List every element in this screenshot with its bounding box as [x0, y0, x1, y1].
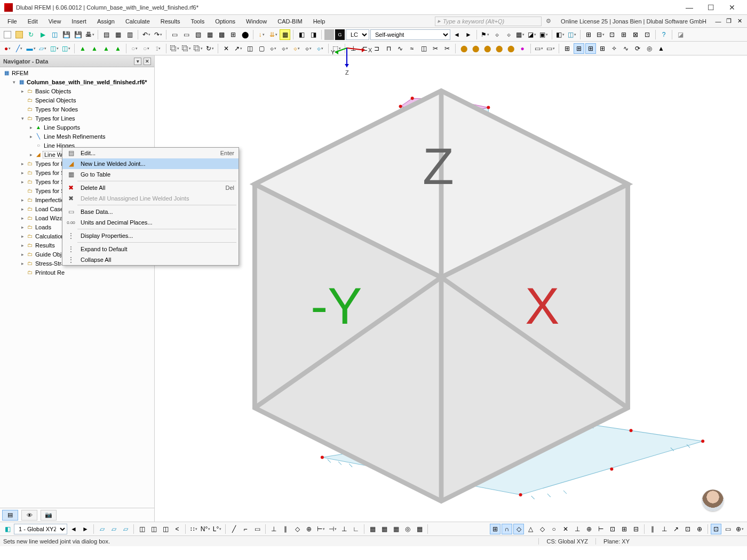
nav-tab-views[interactable]: 📷: [41, 510, 57, 521]
support-4-icon[interactable]: ▲: [113, 43, 123, 54]
globe-icon[interactable]: ⬤: [240, 29, 250, 40]
tool-4-icon[interactable]: ⟐: [303, 43, 314, 54]
ctx-base-data[interactable]: ▭Base Data...: [62, 206, 239, 217]
loads-icon[interactable]: ↓: [256, 29, 267, 40]
tool-3-icon[interactable]: ⟐: [291, 43, 302, 54]
mdi-restore-button[interactable]: ❐: [724, 17, 734, 26]
guide-1-icon[interactable]: ∥: [647, 524, 658, 534]
print-icon[interactable]: 🖶: [84, 29, 95, 40]
node-new-icon[interactable]: ●: [2, 43, 13, 54]
menu-results[interactable]: Results: [155, 17, 186, 26]
ctx-go-to-table[interactable]: ▦Go to Table: [62, 169, 239, 180]
guide-5-icon[interactable]: ⊕: [694, 524, 705, 534]
guide-8-icon[interactable]: ⊕: [734, 524, 745, 534]
dxf-4-icon[interactable]: ◎: [402, 524, 413, 534]
tree-line-mesh[interactable]: ▸╲Line Mesh Refinements: [0, 132, 154, 141]
close-button[interactable]: ✕: [721, 0, 743, 15]
osnap-6-icon[interactable]: ⊥: [572, 524, 583, 534]
rotate-icon[interactable]: ↻: [204, 43, 215, 54]
guide-3-icon[interactable]: ↗: [671, 524, 681, 534]
osnap-10-icon[interactable]: ⊞: [619, 524, 630, 534]
menu-edit[interactable]: Edit: [22, 17, 43, 26]
osnap-2-icon[interactable]: △: [525, 524, 536, 534]
solid-new-icon[interactable]: ◫: [49, 43, 60, 54]
guide-4-icon[interactable]: ⊡: [682, 524, 693, 534]
osnap-3-icon[interactable]: ◇: [537, 524, 547, 534]
osnap-4-icon[interactable]: ○: [549, 524, 559, 534]
draw-poly-icon[interactable]: ⌐: [240, 524, 251, 534]
ortho-icon[interactable]: ⊡: [711, 524, 721, 534]
undo-icon[interactable]: ↶: [141, 29, 152, 40]
copy-obj-icon[interactable]: ⿻: [169, 43, 180, 54]
extrude-icon[interactable]: ◫: [244, 43, 255, 54]
props-icon-2[interactable]: ▭: [181, 29, 192, 40]
tree-model[interactable]: ▾▦Column_base_with_line_weld_finished.rf…: [0, 77, 154, 86]
ctx-expand-to-default[interactable]: ⋮Expand to Default: [62, 244, 239, 254]
settings-icon[interactable]: ⚙: [546, 18, 551, 25]
tree-item[interactable]: ▸🗀Basic Objects: [0, 86, 154, 95]
plane-pick-4-icon[interactable]: <: [172, 524, 182, 534]
open-file-icon[interactable]: [14, 29, 25, 40]
nav-tab-data[interactable]: ▤: [2, 510, 18, 521]
props-icon-3[interactable]: ▧: [193, 29, 203, 40]
menu-file[interactable]: File: [2, 17, 22, 26]
panel-pin-icon[interactable]: ▾: [134, 58, 141, 65]
draw-rect-icon[interactable]: ▭: [252, 524, 263, 534]
surface-new-icon[interactable]: ▱: [37, 43, 48, 54]
menu-help[interactable]: Help: [308, 17, 331, 26]
sync-icon[interactable]: ↻: [26, 29, 36, 40]
snap-3-icon[interactable]: ◇: [292, 524, 303, 534]
opening-new-icon[interactable]: ◫: [61, 43, 71, 54]
dxf-3-icon[interactable]: ▦: [391, 524, 401, 534]
plane-yz-icon[interactable]: ▱: [108, 524, 119, 534]
tree-types-for-lines[interactable]: ▾🗀Types for Lines: [0, 114, 154, 123]
support-2-icon[interactable]: ▲: [89, 43, 100, 54]
calc-all-icon[interactable]: ▩: [216, 29, 227, 40]
3d-viewport[interactable]: X Z X -Y Z: [155, 55, 747, 522]
fe-mesh-icon[interactable]: ⊞: [228, 29, 239, 40]
release-icon[interactable]: ⟟: [153, 43, 163, 54]
assistant-avatar[interactable]: [702, 490, 724, 511]
osnap-5-icon[interactable]: ✕: [560, 524, 571, 534]
save-all-icon[interactable]: 💾: [73, 29, 83, 40]
menu-insert[interactable]: Insert: [66, 17, 92, 26]
osnap-8-icon[interactable]: ⊢: [595, 524, 606, 534]
line-new-icon[interactable]: ╱: [14, 43, 25, 54]
navigator-tree[interactable]: ▦RFEM ▾▦Column_base_with_line_weld_finis…: [0, 67, 154, 508]
ctx-units-and-decimal-places[interactable]: 0.00Units and Decimal Places...: [62, 217, 239, 228]
snap-6-icon[interactable]: ⊣: [327, 524, 338, 534]
new-file-icon[interactable]: [2, 29, 13, 40]
grid-spacing-icon[interactable]: ∷: [188, 524, 199, 534]
dxf-2-icon[interactable]: ▦: [379, 524, 390, 534]
plane-xy-icon[interactable]: ▱: [97, 524, 107, 534]
tree-line-supports[interactable]: ▸▲Line Supports: [0, 123, 154, 132]
maximize-button[interactable]: ☐: [700, 0, 721, 15]
osnap-1-icon[interactable]: ◇: [513, 524, 524, 534]
report-icon[interactable]: ▤: [101, 29, 112, 40]
extend-icon[interactable]: ↗: [233, 43, 243, 54]
dxf-5-icon[interactable]: ▦: [414, 524, 425, 534]
tree-item[interactable]: 🗀Types for Nodes: [0, 105, 154, 114]
menu-window[interactable]: Window: [241, 17, 272, 26]
snap-2-icon[interactable]: ∥: [280, 524, 291, 534]
node-num-icon[interactable]: N°: [200, 524, 211, 534]
ctx-collapse-all[interactable]: ⋮Collapse All: [62, 254, 239, 265]
workplane-icon[interactable]: ◧: [2, 524, 13, 534]
menu-calculate[interactable]: Calculate: [120, 17, 155, 26]
calc-run-icon[interactable]: ▦: [280, 29, 290, 40]
snap-7-icon[interactable]: ⊥: [339, 524, 349, 534]
mdi-minimize-button[interactable]: —: [713, 17, 724, 26]
load-pattern-icon[interactable]: ⇊: [268, 29, 279, 40]
nav-tab-display[interactable]: 👁: [21, 510, 37, 521]
support-3-icon[interactable]: ▲: [101, 43, 112, 54]
osnap-7-icon[interactable]: ⊕: [584, 524, 594, 534]
workplane-select[interactable]: 1 - Global XYZ: [14, 524, 67, 534]
mdi-close-button[interactable]: ✕: [734, 17, 745, 26]
hinge-2-icon[interactable]: ○: [141, 43, 152, 54]
tree-root[interactable]: ▦RFEM: [0, 68, 154, 77]
line-num-icon[interactable]: L°: [212, 524, 222, 534]
snap-1-icon[interactable]: ⊥: [268, 524, 279, 534]
hinge-1-icon[interactable]: ○: [129, 43, 140, 54]
plane-xz-icon[interactable]: ▱: [120, 524, 131, 534]
tree-item[interactable]: 🗀Special Objects: [0, 95, 154, 105]
